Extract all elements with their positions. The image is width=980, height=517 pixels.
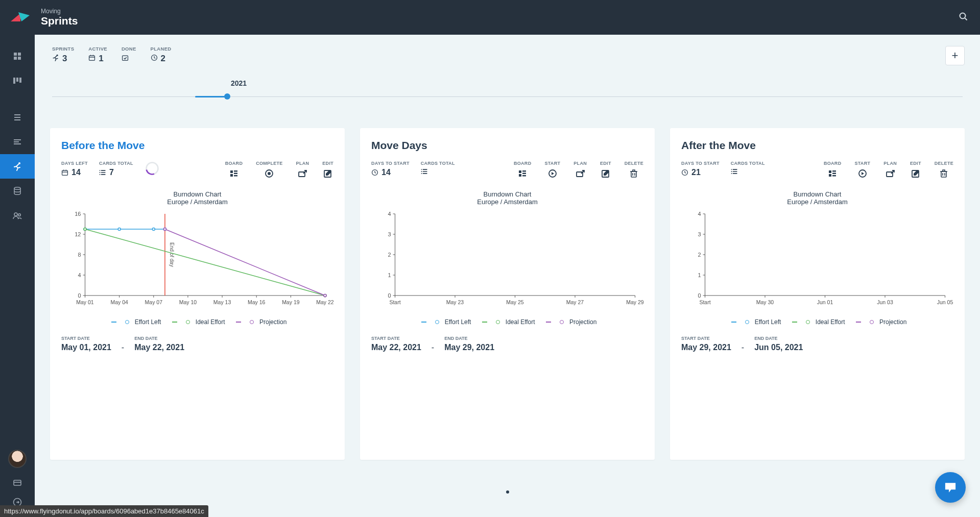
search-icon[interactable] (959, 12, 968, 23)
edit-button[interactable]: EDIT (600, 161, 611, 180)
top-bar: Moving Sprints (0, 0, 980, 35)
start-button[interactable]: START (854, 161, 870, 180)
avatar[interactable] (8, 450, 27, 468)
burndown-chart: Burndown Chart Europe / Amsterdam 01234S… (371, 190, 643, 326)
summary-stats: SPRINTS 3 ACTIVE 1 DONE PLANED 2 + (35, 35, 980, 64)
svg-point-64 (118, 228, 121, 231)
svg-text:May 22: May 22 (316, 299, 333, 305)
timeline-year: 2021 (231, 79, 963, 87)
svg-text:May 13: May 13 (213, 299, 231, 305)
runner-icon (52, 54, 59, 64)
svg-text:16: 16 (75, 211, 81, 217)
status-bar-url: https://www.flyingdonut.io/app/boards/60… (0, 505, 208, 517)
svg-text:2: 2 (698, 252, 701, 258)
plan-button[interactable]: PLAN (883, 161, 897, 180)
main-content: SPRINTS 3 ACTIVE 1 DONE PLANED 2 + 2021 … (35, 35, 980, 517)
svg-point-65 (152, 228, 155, 231)
sprint-dates: START DATEMay 22, 2021 - END DATEMay 29,… (371, 336, 643, 352)
progress-ring (145, 161, 160, 178)
delete-button[interactable]: DELETE (625, 161, 643, 180)
sidebar-item-kanban[interactable] (0, 68, 35, 93)
meta-days-left: DAYS LEFT 14 (61, 161, 88, 177)
svg-text:May 30: May 30 (756, 299, 774, 305)
svg-text:May 23: May 23 (446, 299, 464, 305)
edit-button[interactable]: EDIT (910, 161, 921, 180)
sprint-dates: START DATEMay 01, 2021 - END DATEMay 22,… (61, 336, 333, 352)
svg-text:Start: Start (389, 299, 400, 305)
svg-text:1: 1 (388, 272, 391, 278)
svg-text:Jun 03: Jun 03 (877, 299, 893, 305)
breadcrumb[interactable]: Moving (41, 8, 78, 15)
svg-text:May 25: May 25 (506, 299, 524, 305)
sprint-card-before: Before the Move DAYS LEFT 14 CARDS TOTAL… (50, 128, 345, 460)
sprint-card-after: After the Move DAYS TO START 21 CARDS TO… (670, 128, 965, 460)
stat-planned: PLANED 2 (151, 46, 172, 64)
sprint-dates: START DATEMay 29, 2021 - END DATEJun 05,… (681, 336, 953, 352)
edit-button[interactable]: EDIT (322, 161, 333, 180)
svg-text:3: 3 (388, 231, 391, 237)
meta-cards-total: CARDS TOTAL (421, 161, 455, 175)
complete-button[interactable]: COMPLETE (256, 161, 282, 180)
svg-point-69 (163, 228, 166, 231)
chat-button[interactable] (935, 472, 966, 503)
sidebar-item-team[interactable] (0, 203, 35, 228)
timeline: 2021 (35, 64, 980, 108)
sidebar (0, 35, 35, 517)
chart-legend: Effort Left Ideal Effort Projection (61, 317, 333, 326)
meta-cards-total: CARDS TOTAL 7 (99, 161, 133, 177)
chart-legend: Effort Left Ideal Effort Projection (681, 317, 953, 326)
clock-icon (151, 54, 158, 64)
app-logo[interactable] (8, 6, 31, 29)
sidebar-item-billing[interactable] (0, 478, 35, 487)
plan-button[interactable]: PLAN (573, 161, 587, 180)
plan-button[interactable]: PLAN (296, 161, 309, 180)
start-button[interactable]: START (544, 161, 560, 180)
svg-text:3: 3 (698, 231, 701, 237)
timeline-track[interactable] (52, 92, 963, 108)
svg-text:May 29: May 29 (626, 299, 643, 305)
burndown-chart: Burndown Chart Europe / Amsterdam 048121… (61, 190, 333, 326)
svg-text:May 07: May 07 (145, 299, 163, 305)
chart-legend: Effort Left Ideal Effort Projection (371, 317, 643, 326)
timeline-knob[interactable] (224, 93, 230, 100)
stat-active: ACTIVE 1 (88, 46, 107, 64)
meta-cards-total: CARDS TOTAL (731, 161, 765, 175)
meta-days-to-start: DAYS TO START 21 (681, 161, 720, 177)
svg-text:Jun 01: Jun 01 (817, 299, 833, 305)
sidebar-item-list[interactable] (0, 130, 35, 154)
svg-text:May 01: May 01 (76, 299, 94, 305)
board-button[interactable]: BOARD (514, 161, 532, 180)
sidebar-item-dashboard[interactable] (0, 44, 35, 68)
burndown-chart: Burndown Chart Europe / Amsterdam 01234S… (681, 190, 953, 326)
meta-days-to-start: DAYS TO START 14 (371, 161, 410, 177)
svg-text:0: 0 (388, 292, 391, 299)
svg-text:Start: Start (699, 299, 710, 305)
svg-text:May 27: May 27 (566, 299, 584, 305)
svg-point-67 (84, 228, 86, 231)
board-button[interactable]: BOARD (824, 161, 842, 180)
svg-text:0: 0 (78, 292, 81, 299)
svg-text:May 10: May 10 (179, 299, 197, 305)
sidebar-item-sprints[interactable] (0, 154, 35, 179)
sidebar-item-backlog[interactable] (0, 105, 35, 130)
page-header: Moving Sprints (41, 8, 78, 27)
sprint-title[interactable]: Move Days (371, 139, 643, 152)
calendar-icon (88, 54, 95, 64)
svg-text:1: 1 (698, 272, 701, 278)
svg-text:May 16: May 16 (248, 299, 266, 305)
sprint-title[interactable]: After the Move (681, 139, 953, 152)
delete-button[interactable]: DELETE (935, 161, 953, 180)
add-sprint-button[interactable]: + (945, 46, 965, 65)
sprint-title[interactable]: Before the Move (61, 139, 333, 152)
svg-text:8: 8 (78, 252, 81, 258)
svg-text:0: 0 (698, 292, 701, 299)
svg-text:End of day: End of day (169, 242, 175, 267)
board-button[interactable]: BOARD (225, 161, 243, 180)
svg-text:4: 4 (78, 272, 81, 278)
sidebar-item-archive[interactable] (0, 179, 35, 203)
page-title: Sprints (41, 15, 78, 27)
svg-text:4: 4 (388, 211, 391, 217)
svg-text:May 19: May 19 (282, 299, 300, 305)
svg-text:2: 2 (388, 252, 391, 258)
sprint-card-move: Move Days DAYS TO START 14 CARDS TOTAL B… (360, 128, 655, 460)
